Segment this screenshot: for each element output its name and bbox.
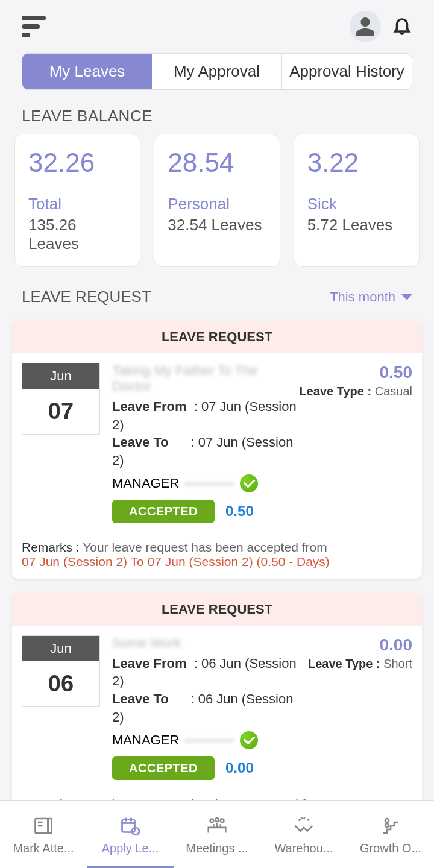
nav-mark-attendance[interactable]: Mark Atte... [0, 801, 87, 868]
nav-apply-leave[interactable]: Apply Le... [87, 801, 174, 868]
balance-label: Total [28, 195, 127, 213]
nav-label: Growth O... [360, 841, 421, 855]
manager-label: MANAGER [112, 732, 179, 748]
balance-value: 32.26 [28, 148, 127, 178]
balance-sub: 32.54 Leaves [168, 216, 266, 234]
nav-label: Apply Le... [102, 841, 159, 855]
manager-name: ·········· [185, 732, 234, 748]
meetings-icon [205, 814, 229, 838]
svg-point-9 [210, 819, 214, 823]
date-month: Jun [22, 636, 99, 661]
balance-sub: 5.72 Leaves [307, 216, 406, 234]
tabs: My Leaves My Approval Approval History [22, 53, 412, 90]
leave-request-card[interactable]: LEAVE REQUEST Jun 07 Taking My Father To… [12, 321, 422, 579]
tab-approval-history[interactable]: Approval History [282, 54, 412, 89]
date-day: 06 [22, 661, 99, 706]
balance-card-personal: 28.54 Personal 32.54 Leaves [154, 134, 280, 267]
remarks: Remarks : Your leave request has been ac… [22, 540, 412, 569]
to-label: Leave To [112, 435, 169, 450]
nav-warehouse[interactable]: Warehou... [260, 801, 347, 868]
balance-card-total: 32.26 Total 135.26 Leaves [14, 134, 140, 267]
nav-growth[interactable]: Growth O... [347, 801, 434, 868]
leave-amount: 0.50 [299, 363, 412, 382]
avatar-icon[interactable] [350, 11, 381, 42]
manager-label: MANAGER [112, 476, 179, 491]
filter-dropdown[interactable]: This month [330, 289, 412, 305]
date-box: Jun 07 [22, 363, 100, 435]
status-badge: ACCEPTED [112, 500, 215, 523]
date-day: 07 [22, 389, 99, 434]
leave-reason: Taking My Father To The Doctor [112, 363, 299, 394]
nav-label: Mark Atte... [13, 841, 74, 855]
from-label: Leave From [112, 656, 187, 671]
svg-point-11 [221, 819, 224, 823]
leave-type-value: Casual [375, 385, 412, 398]
date-month: Jun [22, 363, 99, 389]
notification-icon[interactable] [392, 15, 412, 38]
tab-my-leaves[interactable]: My Leaves [22, 54, 152, 89]
attendance-icon [33, 814, 54, 838]
leave-type-label: Leave Type : [299, 385, 371, 398]
svg-point-12 [385, 819, 389, 822]
balance-label: Sick [307, 195, 406, 213]
leave-request-card[interactable]: LEAVE REQUEST Jun 06 Some Work Leave Fro… [12, 593, 422, 835]
filter-label: This month [330, 289, 395, 305]
card-header: LEAVE REQUEST [12, 593, 422, 626]
balance-sub: 135.26 Leaves [28, 216, 127, 253]
nav-label: Meetings ... [186, 841, 248, 855]
leave-balance-title: LEAVE BALANCE [22, 107, 412, 125]
leave-reason: Some Work [112, 635, 308, 651]
handshake-icon [292, 814, 316, 838]
card-header: LEAVE REQUEST [12, 321, 422, 353]
svg-rect-1 [48, 819, 52, 833]
leave-request-title: LEAVE REQUEST [22, 288, 151, 306]
check-icon [240, 474, 258, 492]
leave-amount: 0.00 [308, 635, 412, 655]
balance-value: 3.22 [307, 148, 406, 178]
balance-label: Personal [168, 195, 266, 213]
balance-card-sick: 3.22 Sick 5.72 Leaves [294, 134, 420, 267]
status-amount: 0.50 [225, 503, 254, 520]
svg-point-10 [215, 818, 219, 822]
balance-value: 28.54 [168, 148, 266, 178]
tab-my-approval[interactable]: My Approval [152, 54, 282, 89]
leave-type-label: Leave Type : [308, 657, 380, 670]
status-badge: ACCEPTED [112, 756, 215, 780]
svg-point-8 [132, 828, 139, 835]
chevron-down-icon [401, 294, 412, 300]
nav-label: Warehou... [274, 841, 333, 855]
status-amount: 0.00 [225, 760, 254, 776]
growth-icon [380, 814, 401, 838]
menu-icon[interactable] [22, 14, 48, 39]
manager-name: ·········· [185, 476, 234, 491]
calendar-icon [119, 814, 141, 838]
bottom-nav: Mark Atte... Apply Le... Meetings ... Wa… [0, 800, 434, 868]
leave-type-value: Short [383, 657, 412, 670]
check-icon [240, 731, 258, 749]
nav-meetings[interactable]: Meetings ... [174, 801, 260, 868]
date-box: Jun 06 [22, 635, 100, 707]
to-label: Leave To [112, 691, 169, 706]
from-label: Leave From [112, 399, 187, 414]
